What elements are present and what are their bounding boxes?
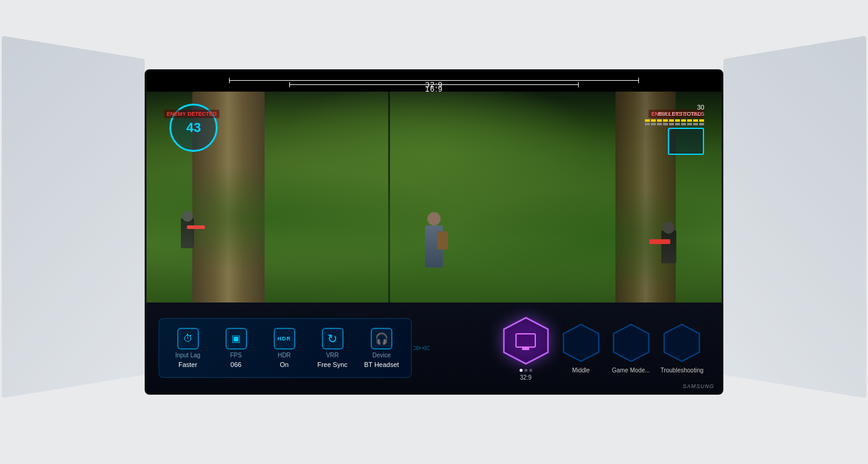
device-label: Device <box>373 352 391 359</box>
stat-device[interactable]: 🎧 Device BT Headset <box>364 328 399 368</box>
vrr-label: VRR <box>326 352 339 359</box>
hex-32-9-dots <box>520 369 532 372</box>
samsung-logo: SAMSUNG <box>682 383 714 389</box>
monitor-wide-icon <box>515 333 536 348</box>
hex-item-32-9[interactable]: 32:9 <box>500 315 552 381</box>
hex-game-mode-svg <box>611 322 652 363</box>
stats-container: ⏱ Input Lag Faster ▣ FPS 066 HDR HDR O <box>159 318 412 378</box>
ratio-32-line: 32:9 <box>229 80 639 81</box>
input-lag-value: Faster <box>178 361 197 368</box>
hex-32-9-icon <box>515 333 536 348</box>
hex-middle-svg <box>561 322 602 363</box>
vrr-icon: ↻ <box>322 328 344 350</box>
hex-item-game-mode[interactable]: Game Mode... <box>611 322 652 374</box>
hdr-icon: HDR <box>274 328 295 350</box>
stat-fps[interactable]: ▣ FPS 066 <box>219 328 253 368</box>
stats-panel: ⏱ Input Lag Faster ▣ FPS 066 HDR HDR O <box>146 318 500 378</box>
stat-hdr[interactable]: HDR HDR On <box>268 328 301 368</box>
char-head <box>427 212 441 225</box>
ratio-16-line: 16:9 <box>289 84 579 85</box>
fps-label: FPS <box>230 352 242 359</box>
hex-item-troubleshooting[interactable]: Troubleshooting <box>661 322 703 374</box>
hex-dot-2 <box>524 369 527 372</box>
svg-marker-1 <box>563 324 598 361</box>
hdr-label: HDR <box>278 352 291 359</box>
hud-ammo-count: 30 <box>645 104 704 111</box>
vrr-value: Free Sync <box>317 361 347 368</box>
svg-marker-5 <box>613 324 648 361</box>
hex-troubleshooting-svg <box>661 322 702 363</box>
glass-panel-right <box>723 36 866 398</box>
hex-game-mode-label: Game Mode... <box>612 367 650 374</box>
hud-bullets-label: BULLETS TOTALS <box>645 111 704 117</box>
hex-menu: 32:9 <box>500 315 722 381</box>
fps-value: 066 <box>230 361 241 368</box>
enemy-character-left <box>169 218 206 272</box>
hdr-value: On <box>280 361 289 368</box>
hex-troubleshooting-label: Troubleshooting <box>661 367 703 374</box>
hex-middle-label: Middle <box>572 367 590 374</box>
hex-dot-1 <box>520 369 523 372</box>
ratio-diagram: 32:9 16:9 <box>146 71 722 92</box>
hex-dot-3 <box>529 369 532 372</box>
game-screen: 43 ENEMY DETECTED ENEMY DETECTED 30 BULL… <box>146 92 722 303</box>
glass-panel-left <box>2 36 145 398</box>
player-character <box>419 212 449 284</box>
bullet-row-2 <box>645 123 704 125</box>
hex-32-9-label: 32:9 <box>520 374 531 381</box>
ratio-32-row: 32:9 <box>146 78 722 83</box>
char-backpack <box>437 231 448 249</box>
tv-monitor: 32:9 16:9 43 ENEMY DETECTED ENEMY <box>145 69 723 395</box>
hex-item-middle[interactable]: Middle <box>561 322 602 374</box>
hex-middle-shape <box>561 322 602 363</box>
main-scene: 32:9 16:9 43 ENEMY DETECTED ENEMY <box>0 0 868 464</box>
char-body <box>425 225 443 268</box>
input-lag-label: Input Lag <box>175 352 201 359</box>
hud-fps-number: 43 <box>186 120 201 136</box>
fps-icon: ▣ <box>225 328 247 350</box>
hud-right-panel: 30 BULLETS TOTALS <box>645 104 704 155</box>
device-value: BT Headset <box>364 361 399 368</box>
bullet-row-1 <box>645 119 704 122</box>
device-icon: 🎧 <box>371 328 392 350</box>
hex-troubleshooting-shape <box>661 322 702 363</box>
stat-vrr[interactable]: ↻ VRR Free Sync <box>316 328 349 368</box>
hex-game-mode-shape <box>611 322 652 363</box>
enemy-body <box>661 230 676 263</box>
stat-input-lag[interactable]: ⏱ Input Lag Faster <box>171 328 204 368</box>
enemy-character-right <box>651 230 687 278</box>
enemy-gun <box>649 239 670 244</box>
hud-weapon-box <box>668 128 704 155</box>
game-bar: ⏱ Input Lag Faster ▣ FPS 066 HDR HDR O <box>146 303 722 393</box>
input-lag-icon: ⏱ <box>177 328 199 350</box>
hex-32-9-shape <box>500 315 552 366</box>
svg-marker-7 <box>664 324 699 361</box>
hud-enemy-left: ENEMY DETECTED <box>164 110 220 118</box>
